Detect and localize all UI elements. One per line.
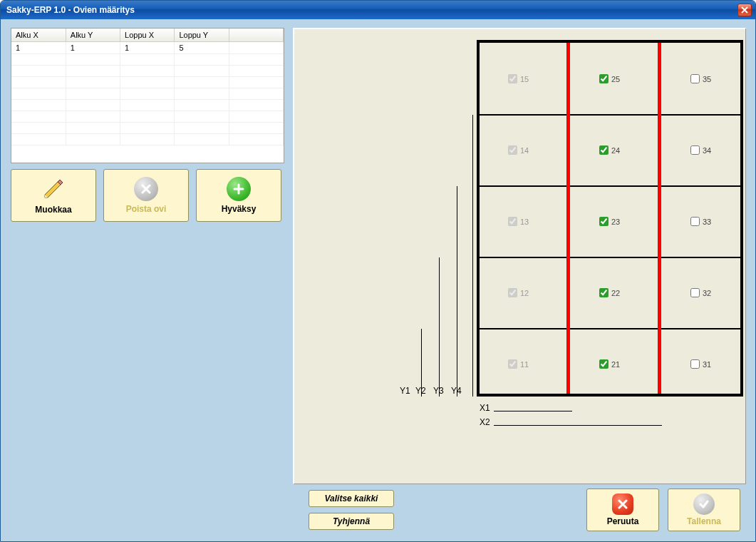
cell-14: 14 [508, 145, 529, 155]
axis-y3: Y3 [433, 386, 444, 396]
cell-34[interactable]: 34 [690, 145, 711, 155]
cell-35[interactable]: 35 [690, 74, 711, 83]
axis-y2: Y2 [415, 386, 426, 396]
cell-32[interactable]: 32 [690, 288, 711, 297]
axis-x1: X1 [480, 403, 490, 413]
table-row[interactable]: 1 1 1 5 [11, 41, 284, 53]
clear-button[interactable]: Tyhjennä [309, 513, 394, 530]
select-all-button[interactable]: Valitse kaikki [309, 490, 394, 507]
col-spacer [229, 29, 283, 41]
door-line [566, 43, 570, 394]
edit-button[interactable]: Muokkaa [11, 169, 96, 222]
cancel-icon [612, 494, 633, 515]
axis-y4: Y4 [451, 386, 462, 396]
titlebar: Sakky-ERP 1.0 - Ovien määritys [1, 1, 755, 19]
cell-33[interactable]: 33 [690, 217, 711, 226]
door-line [658, 43, 661, 394]
cell-31[interactable]: 31 [690, 359, 711, 369]
col-loppux[interactable]: Loppu X [120, 29, 175, 41]
col-alkyy[interactable]: Alku Y [66, 29, 120, 41]
delete-button[interactable]: Poista ovi [103, 169, 189, 222]
plus-icon [227, 177, 251, 201]
window-title: Sakky-ERP 1.0 - Ovien määritys [6, 5, 135, 15]
cancel-button[interactable]: Peruuta [586, 489, 659, 531]
coordinates-table[interactable]: Alku X Alku Y Loppu X Loppu Y 1 1 1 5 [11, 28, 284, 163]
cell-12: 12 [508, 288, 529, 297]
cell-13: 13 [508, 217, 529, 226]
accept-button[interactable]: Hyväksy [196, 169, 281, 222]
svg-marker-0 [45, 182, 61, 198]
col-loppuy[interactable]: Loppu Y [175, 29, 229, 41]
cell-11: 11 [508, 359, 529, 369]
save-button[interactable]: Tallenna [668, 489, 740, 531]
cell-22[interactable]: 22 [599, 288, 620, 297]
client-area: Alku X Alku Y Loppu X Loppu Y 1 1 1 5 [1, 19, 755, 541]
axis-y1: Y1 [400, 386, 410, 396]
axis-x2: X2 [480, 417, 490, 427]
check-icon [693, 494, 715, 515]
door-canvas: 15 14 13 12 11 25 24 23 22 21 35 34 33 3… [293, 28, 746, 484]
cell-23[interactable]: 23 [599, 217, 620, 226]
col-alkux[interactable]: Alku X [11, 29, 66, 41]
cell-24[interactable]: 24 [599, 145, 620, 155]
cell-25[interactable]: 25 [599, 74, 620, 83]
cell-15: 15 [508, 74, 529, 83]
delete-icon [134, 177, 158, 201]
row-actions: Muokkaa Poista ovi Hyväksy [11, 169, 281, 222]
cell-21[interactable]: 21 [599, 359, 620, 369]
close-button[interactable] [737, 4, 752, 16]
pencil-icon [41, 176, 66, 202]
app-window: Sakky-ERP 1.0 - Ovien määritys Alku X Al… [0, 0, 756, 542]
